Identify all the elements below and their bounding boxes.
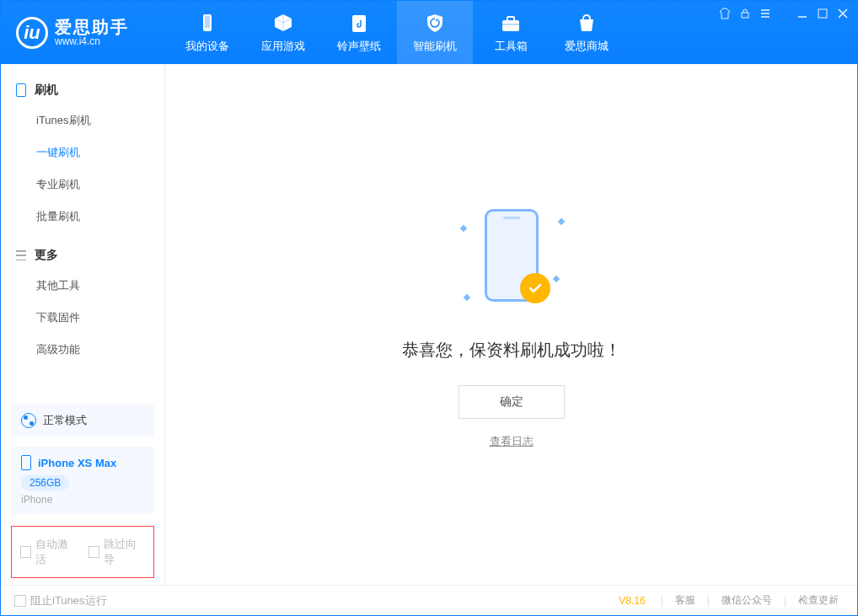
sidebar: 刷机 iTunes刷机 一键刷机 专业刷机 批量刷机 更多 其他工具 下载固件 … <box>1 64 165 585</box>
sidebar-item-pro-flash[interactable]: 专业刷机 <box>1 169 164 201</box>
footer-link-wechat[interactable]: 微信公众号 <box>716 593 777 608</box>
sidebar-item-batch-flash[interactable]: 批量刷机 <box>1 201 164 233</box>
music-icon <box>347 12 371 35</box>
sidebar-item-onekey-flash[interactable]: 一键刷机 <box>1 137 164 169</box>
window-controls <box>719 8 849 19</box>
options-row: 自动激活 跳过向导 <box>11 526 154 578</box>
device-capacity: 256GB <box>21 475 69 490</box>
titlebar-right-icons <box>786 581 844 605</box>
app-url: www.i4.cn <box>55 36 129 47</box>
sidebar-item-other-tools[interactable]: 其他工具 <box>1 270 164 302</box>
tshirt-icon[interactable] <box>719 8 731 19</box>
body: 刷机 iTunes刷机 一键刷机 专业刷机 批量刷机 更多 其他工具 下载固件 … <box>1 64 857 585</box>
device-name: iPhone XS Max <box>38 457 116 469</box>
top-nav: 我的设备 应用游戏 铃声壁纸 智能刷机 工具箱 爱思商城 <box>169 1 625 64</box>
sidebar-item-download-firmware[interactable]: 下载固件 <box>1 302 164 334</box>
svg-rect-5 <box>502 24 519 25</box>
nav-smart-flash[interactable]: 智能刷机 <box>397 1 473 64</box>
device-type: iPhone <box>21 494 144 506</box>
device-card[interactable]: iPhone XS Max 256GB iPhone <box>11 447 154 514</box>
mode-card[interactable]: 正常模式 <box>11 404 154 437</box>
mode-label: 正常模式 <box>43 413 87 428</box>
footer: 阻止iTunes运行 V8.16 | 客服 | 微信公众号 | 检查更新 <box>1 585 857 615</box>
checkmark-badge-icon <box>520 273 550 303</box>
svg-point-8 <box>830 590 834 594</box>
user-icon[interactable] <box>820 581 844 605</box>
app-name: 爱思助手 <box>55 18 129 36</box>
nav-toolbox[interactable]: 工具箱 <box>473 1 549 64</box>
checkbox-auto-activate[interactable]: 自动激活 <box>20 537 77 567</box>
nav-apps-games[interactable]: 应用游戏 <box>245 1 321 64</box>
success-message: 恭喜您，保资料刷机成功啦！ <box>402 339 621 362</box>
sidebar-item-itunes-flash[interactable]: iTunes刷机 <box>1 104 164 137</box>
device-outline-icon <box>21 455 31 470</box>
refresh-shield-icon <box>423 12 447 35</box>
download-icon[interactable] <box>786 581 810 605</box>
menu-icon[interactable] <box>759 8 771 19</box>
checkbox-skip-guide[interactable]: 跳过向导 <box>88 537 145 567</box>
version-label: V8.16 <box>619 595 645 607</box>
mode-icon <box>21 413 36 428</box>
minimize-icon[interactable] <box>796 8 808 19</box>
nav-my-device[interactable]: 我的设备 <box>169 1 245 64</box>
footer-link-support[interactable]: 客服 <box>670 593 700 608</box>
logo-icon: iu <box>16 17 48 49</box>
device-icon <box>196 12 219 35</box>
sidebar-item-advanced[interactable]: 高级功能 <box>1 334 164 366</box>
lock-icon[interactable] <box>739 8 751 19</box>
app-window: iu 爱思助手 www.i4.cn 我的设备 应用游戏 铃声壁纸 智能刷机 <box>0 0 858 616</box>
sidebar-section-flash: 刷机 <box>1 76 164 104</box>
titlebar: iu 爱思助手 www.i4.cn 我的设备 应用游戏 铃声壁纸 智能刷机 <box>1 1 857 64</box>
nav-store[interactable]: 爱思商城 <box>549 1 625 64</box>
list-icon <box>16 250 26 260</box>
svg-rect-7 <box>818 9 827 18</box>
svg-rect-6 <box>742 13 748 18</box>
toolbox-icon <box>499 12 523 35</box>
svg-rect-4 <box>507 17 514 21</box>
close-icon[interactable] <box>837 8 849 19</box>
sidebar-section-more: 更多 <box>1 241 164 270</box>
ok-button[interactable]: 确定 <box>458 385 565 419</box>
logo[interactable]: iu 爱思助手 www.i4.cn <box>1 17 169 49</box>
maximize-icon[interactable] <box>817 8 829 19</box>
checkbox-block-itunes[interactable]: 阻止iTunes运行 <box>14 593 107 608</box>
svg-rect-1 <box>205 16 210 28</box>
success-illustration <box>453 201 571 319</box>
nav-ringtone-wallpaper[interactable]: 铃声壁纸 <box>321 1 397 64</box>
bag-icon <box>575 12 598 35</box>
main-content: 恭喜您，保资料刷机成功啦！ 确定 查看日志 <box>165 64 857 585</box>
cube-icon <box>271 12 295 35</box>
view-log-link[interactable]: 查看日志 <box>490 434 534 449</box>
phone-outline-icon <box>16 83 26 97</box>
